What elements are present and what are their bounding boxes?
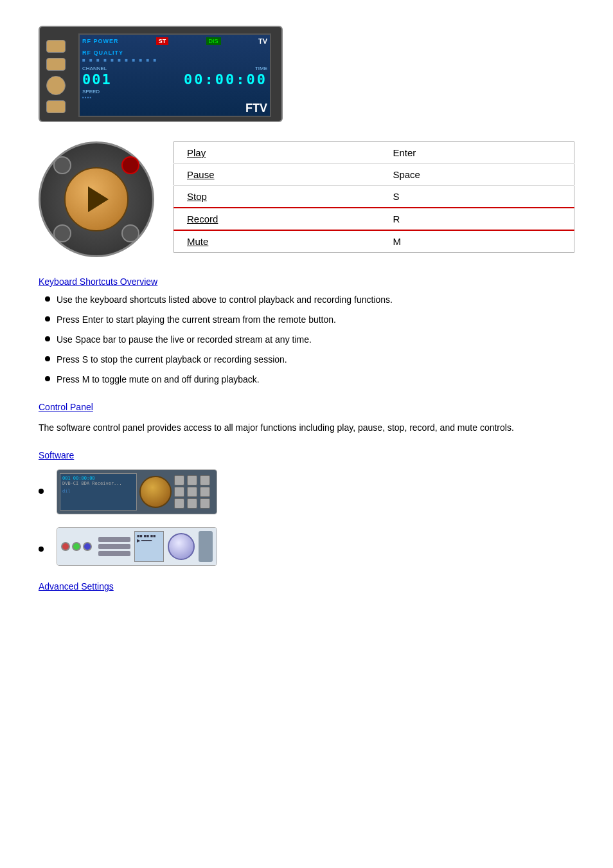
key-table-row: PlayEnter [174, 142, 574, 164]
bullet-dot-icon [45, 296, 50, 302]
dis-value: DIS [206, 37, 221, 45]
sw1-screen: 001 00:00:00DVB-CI BDA Receiver... dil [60, 473, 137, 511]
remote-section: PlayEnterPauseSpaceStopSRecordRMuteM [39, 141, 574, 257]
side-btn-up[interactable] [46, 40, 66, 53]
bullet-dot-icon [45, 336, 50, 341]
key-action-cell: Mute [174, 230, 380, 253]
sw1-btn-8[interactable] [187, 498, 197, 509]
software-item-1: 001 00:00:00DVB-CI BDA Receiver... dil [39, 469, 574, 514]
sw1-btn-7[interactable] [174, 498, 184, 509]
side-btn-down[interactable] [46, 58, 66, 71]
top-section: RF POWER ST DIS TV RF QUALITY ■ ■ ■ ■ ■ … [39, 26, 574, 122]
shortcuts-link[interactable]: Keyboard Shortcuts Overview [39, 276, 157, 287]
corner-btn-bl[interactable] [53, 224, 71, 242]
list-item-text: Press Enter to start playing the current… [57, 313, 336, 327]
key-action-cell: Play [174, 142, 380, 164]
bullet-2 [39, 547, 44, 552]
sw2-circle-blue[interactable] [83, 542, 92, 551]
play-icon [88, 186, 109, 212]
channel-label: CHANNEL [82, 66, 107, 71]
bullet-1 [39, 489, 44, 494]
corner-btn-br[interactable] [121, 224, 139, 242]
tv-label: TV [258, 37, 267, 45]
key-action-cell: Record [174, 208, 380, 230]
key-table-row: StopS [174, 186, 574, 208]
sw1-channel-info: dil [62, 489, 134, 494]
speed-dots: ▪▪▪▪ [82, 95, 267, 100]
list-item: Press M to toggle mute on and off during… [45, 373, 574, 386]
list-item-text: Press M to toggle mute on and off during… [57, 373, 260, 386]
ftv-label: FTV [82, 102, 267, 115]
sw1-btn-5[interactable] [187, 487, 197, 497]
section-software: Software 001 00:00:00DVB-CI BDA Receiver… [39, 450, 574, 566]
lcd-screen: RF POWER ST DIS TV RF QUALITY ■ ■ ■ ■ ■ … [78, 33, 271, 117]
list-item: Use the keyboard shortcuts listed above … [45, 293, 574, 307]
sw2-circle-green[interactable] [72, 542, 81, 551]
screen-row2: RF QUALITY [82, 46, 267, 57]
sw1-knob[interactable] [139, 476, 172, 508]
list-item: Press S to stop the current playback or … [45, 353, 574, 366]
key-shortcuts-table: PlayEnterPauseSpaceStopSRecordRMuteM [173, 141, 574, 253]
list-item-text: Use Space bar to pause the live or recor… [57, 333, 312, 347]
sw1-btn-2[interactable] [187, 475, 197, 485]
sw1-btn-1[interactable] [174, 475, 184, 485]
software-link[interactable]: Software [39, 450, 74, 460]
sw1-ui: 001 00:00:00DVB-CI BDA Receiver... dil [57, 470, 217, 514]
sw1-btn-9[interactable] [200, 498, 210, 509]
key-action-cell: Stop [174, 186, 380, 208]
key-action-cell: Pause [174, 164, 380, 186]
rf-power-label: RF POWER [82, 38, 119, 44]
sw1-button-grid [174, 475, 211, 509]
key-table-row: RecordR [174, 208, 574, 230]
remote-button-image [39, 141, 154, 257]
key-shortcut-cell: Space [380, 164, 574, 186]
channel-time-numbers: 001 00:00:00 [82, 71, 267, 87]
st-value: ST [156, 37, 169, 45]
section-shortcuts: Keyboard Shortcuts Overview Use the keyb… [39, 276, 574, 386]
key-shortcut-cell: S [380, 186, 574, 208]
remote-play-button[interactable] [64, 167, 129, 231]
sw2-circles [61, 542, 92, 551]
time-value: 00:00:00 [184, 71, 267, 87]
speed-label: SPEED [82, 89, 267, 95]
control-panel-link[interactable]: Control Panel [39, 402, 93, 412]
time-label: TIME [255, 66, 267, 71]
key-table-row: MuteM [174, 230, 574, 253]
shortcuts-bullet-list: Use the keyboard shortcuts listed above … [39, 293, 574, 386]
sw2-ui: ■■ ■■ ■■▶ ━━━━ [57, 528, 217, 565]
side-buttons [46, 40, 66, 113]
advanced-link[interactable]: Advanced Settings [39, 581, 114, 592]
bullet-dot-icon [45, 316, 50, 321]
sw2-bar1 [98, 537, 130, 542]
screen-row1: RF POWER ST DIS TV [82, 37, 267, 45]
side-btn-extra[interactable] [46, 100, 66, 113]
sw1-btn-4[interactable] [174, 487, 184, 497]
corner-btn-tr[interactable] [121, 156, 139, 174]
display-panel: RF POWER ST DIS TV RF QUALITY ■ ■ ■ ■ ■ … [39, 26, 283, 122]
sw2-bar3 [98, 551, 130, 556]
channel-number: 001 [82, 71, 112, 87]
software-item-2: ■■ ■■ ■■▶ ━━━━ [39, 527, 574, 566]
key-shortcut-cell: R [380, 208, 574, 230]
key-shortcut-cell: Enter [380, 142, 574, 164]
sw1-btn-6[interactable] [200, 487, 210, 497]
control-panel-text: The software control panel provides acce… [39, 421, 574, 435]
sw2-screen-text: ■■ ■■ ■■▶ ━━━━ [137, 534, 161, 543]
section-control-panel: Control Panel The software control panel… [39, 402, 574, 435]
channel-time-row: CHANNEL TIME [82, 66, 267, 71]
sw2-side-panel [199, 531, 213, 562]
key-table-row: PauseSpace [174, 164, 574, 186]
sw1-screen-text: 001 00:00:00DVB-CI BDA Receiver... [62, 476, 134, 486]
sw2-knob[interactable] [168, 533, 195, 560]
sw2-circle-red[interactable] [61, 542, 70, 551]
sw1-btn-3[interactable] [200, 475, 210, 485]
screen-dots1: ■ ■ ■ ■ ■ ■ ■ ■ ■ ■ ■ [82, 57, 267, 63]
corner-btn-tl[interactable] [53, 156, 71, 174]
rf-quality-label: RF QUALITY [82, 50, 123, 56]
sw2-screen: ■■ ■■ ■■▶ ━━━━ [134, 531, 164, 562]
software-image-1: 001 00:00:00DVB-CI BDA Receiver... dil [57, 469, 217, 514]
bullet-dot-icon [45, 356, 50, 361]
list-item: Press Enter to start playing the current… [45, 313, 574, 327]
side-btn-center[interactable] [46, 76, 66, 95]
sw2-indicators [98, 537, 130, 556]
